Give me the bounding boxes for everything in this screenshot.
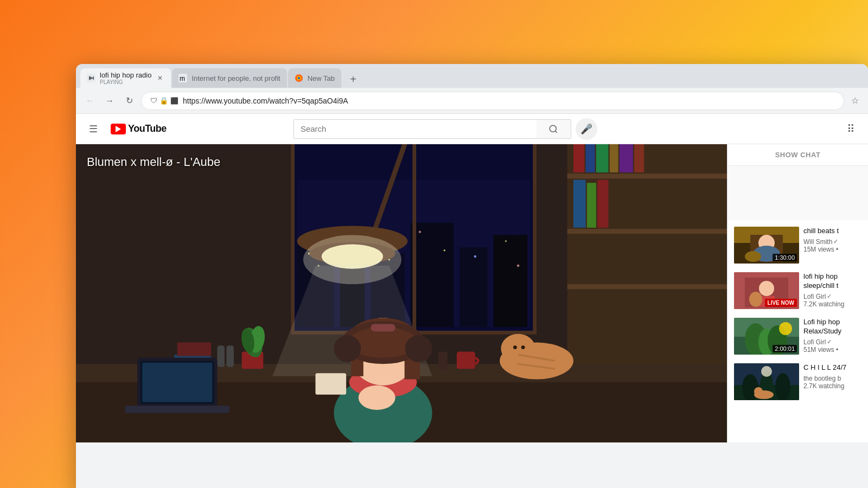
address-bar[interactable]: 🛡 🔒 ⬛ https://www.youtube.com/watch?v=5q…: [141, 92, 844, 110]
show-chat-bar: SHOW CHAT: [727, 144, 868, 166]
svg-rect-49: [596, 144, 609, 172]
svg-point-72: [405, 335, 432, 362]
duration-1: 1:30:00: [773, 254, 797, 261]
show-chat-button[interactable]: SHOW CHAT: [775, 151, 821, 159]
security-icons: 🛡 🔒 ⬛: [150, 97, 178, 105]
video-channel-3: Lofi Girl ✓: [803, 338, 861, 346]
svg-rect-30: [291, 144, 295, 333]
related-video-1[interactable]: 1:30:00 chill beats t Will Smith ✓ 15M v…: [727, 224, 868, 266]
svg-point-114: [761, 366, 772, 377]
video-meta-4: C H I L L 24/7 the bootleg b 2.7K watchi…: [803, 363, 861, 400]
video-channel-4: the bootleg b: [803, 375, 861, 382]
related-video-4[interactable]: C H I L L 24/7 the bootleg b 2.7K watchi…: [727, 361, 868, 402]
svg-text:m: m: [180, 75, 185, 82]
chat-hidden-area: [727, 166, 868, 220]
youtube-sidebar: SHOW CHAT: [727, 144, 868, 442]
svg-rect-87: [142, 363, 212, 402]
svg-rect-75: [438, 352, 448, 370]
thumbnail-3: 2:00:01: [734, 318, 799, 355]
video-meta-3: Lofi hip hop Relax/Study Lofi Girl ✓ 51M…: [803, 318, 861, 355]
svg-point-60: [513, 345, 517, 349]
address-bar-area: ← → ↻ 🛡 🔒 ⬛ https://www.youtube.com/watc…: [76, 88, 868, 114]
thumbnail-2: LIVE NOW: [734, 272, 799, 309]
tab-newtab-label: New Tab: [308, 74, 335, 82]
svg-point-27: [505, 240, 507, 242]
related-video-3[interactable]: 2:00:01 Lofi hip hop Relax/Study Lofi Gi…: [727, 316, 868, 357]
mic-button[interactable]: 🎤: [576, 118, 597, 140]
related-video-2[interactable]: LIVE NOW lofi hip hop sleep/chill t Lofi…: [727, 270, 868, 311]
svg-line-9: [556, 131, 557, 132]
video-stats-2: 7.2K watching: [803, 300, 861, 308]
bookmark-button[interactable]: ☆: [848, 94, 861, 107]
video-player[interactable]: Blumen x mell-ø - L'Aube: [76, 144, 727, 442]
search-input[interactable]: [293, 119, 537, 139]
video-title-overlay: Blumen x mell-ø - L'Aube: [87, 155, 220, 169]
pip-icon: ⬛: [170, 97, 178, 105]
youtube-logo-text: YouTube: [128, 123, 167, 134]
video-scene: [76, 144, 727, 442]
svg-point-101: [749, 292, 762, 307]
svg-point-24: [419, 231, 422, 234]
svg-rect-47: [573, 144, 584, 172]
verified-3: ✓: [827, 338, 832, 345]
back-button[interactable]: ←: [82, 93, 98, 108]
svg-rect-54: [587, 183, 596, 228]
svg-point-25: [444, 249, 445, 251]
live-badge-2: LIVE NOW: [765, 299, 797, 307]
video-meta-1: chill beats t Will Smith ✓ 15M views •: [803, 227, 861, 264]
thumbnail-1: 1:30:00: [734, 227, 799, 264]
svg-point-28: [517, 265, 520, 267]
youtube-main: Blumen x mell-ø - L'Aube SHOW CHAT: [76, 144, 868, 442]
tab-lofi-sublabel: PLAYING: [100, 79, 151, 85]
verified-1: ✓: [833, 238, 838, 245]
tab-mozilla[interactable]: m Internet for people, not profit: [172, 68, 286, 88]
youtube-logo[interactable]: YouTube: [111, 123, 167, 134]
tab-mozilla-label: Internet for people, not profit: [192, 74, 280, 82]
youtube-logo-icon: [111, 124, 126, 134]
svg-point-107: [779, 322, 792, 335]
duration-3: 2:00:01: [773, 345, 797, 352]
reload-button[interactable]: ↻: [122, 93, 137, 108]
svg-rect-46: [567, 284, 727, 289]
svg-point-99: [759, 281, 774, 296]
video-title-1: chill beats t: [803, 227, 861, 236]
lock-icon: 🔒: [159, 97, 168, 105]
tab-lofi-label: lofi hip hop radio: [100, 71, 151, 79]
header-right: ⠿: [843, 118, 859, 140]
video-title-3: Lofi hip hop Relax/Study: [803, 318, 861, 336]
svg-point-95: [745, 251, 761, 262]
tab-lofi[interactable]: lofi hip hop radio PLAYING ✕: [80, 68, 171, 88]
firefox-icon-newtab: [295, 74, 303, 82]
svg-point-71: [334, 335, 361, 362]
svg-rect-17: [411, 223, 454, 327]
svg-rect-73: [371, 324, 395, 332]
svg-point-7: [298, 77, 300, 79]
svg-rect-80: [226, 345, 234, 367]
search-button[interactable]: [537, 119, 571, 139]
video-channel-2: Lofi Girl ✓: [803, 293, 861, 300]
new-tab-button[interactable]: +: [344, 70, 362, 88]
svg-point-61: [521, 345, 525, 349]
play-triangle: [116, 126, 121, 132]
tab-bar: lofi hip hop radio PLAYING ✕ m Internet …: [76, 64, 868, 88]
tab-newtab[interactable]: New Tab: [288, 68, 341, 88]
svg-point-8: [550, 125, 557, 132]
tab-close-lofi[interactable]: ✕: [156, 74, 164, 82]
video-meta-2: lofi hip hop sleep/chill t Lofi Girl ✓ 7…: [803, 272, 861, 309]
svg-rect-18: [460, 247, 488, 327]
svg-rect-79: [217, 345, 225, 367]
related-videos: 1:30:00 chill beats t Will Smith ✓ 15M v…: [727, 220, 868, 442]
svg-point-74: [359, 386, 395, 410]
url-text: https://www.youtube.com/watch?v=5qap5aO4…: [183, 97, 835, 105]
svg-point-57: [501, 334, 535, 363]
svg-point-40: [322, 244, 383, 268]
youtube-page: ☰ YouTube 🎤 ⠿: [76, 114, 868, 488]
apps-button[interactable]: ⠿: [843, 118, 859, 140]
svg-rect-19: [494, 235, 527, 327]
forward-button[interactable]: →: [102, 93, 117, 108]
menu-button[interactable]: ☰: [85, 119, 102, 139]
svg-rect-53: [573, 180, 586, 228]
svg-rect-52: [634, 144, 644, 172]
svg-rect-45: [567, 229, 727, 234]
search-bar: 🎤: [293, 118, 597, 140]
